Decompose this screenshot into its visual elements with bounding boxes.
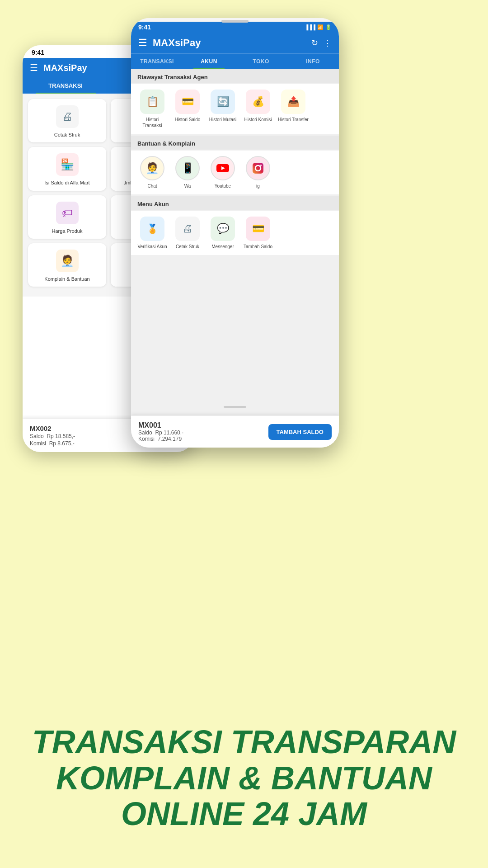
bantuan-grid: 🧑‍💼 Chat 📱 Wa Youtube <box>136 156 333 189</box>
harga-produk-icon: 🏷 <box>56 202 79 224</box>
histori-saldo-label: Histori Saldo <box>175 117 201 123</box>
histori-komisi-icon: 💰 <box>246 90 270 114</box>
tab-akun[interactable]: AKUN <box>183 54 235 69</box>
cetak-struk-front-icon: 🖨 <box>175 217 200 241</box>
tambah-saldo-menu-label: Tambah Saldo <box>244 244 272 250</box>
back-user-info: MX002 Saldo Rp 18.585,- Komisi Rp 8.675,… <box>30 425 75 447</box>
tab-toko[interactable]: TOKO <box>235 54 287 69</box>
histori-transfer-item[interactable]: 📤 Histori Transfer <box>277 90 309 128</box>
back-app-title: MAXsiPay <box>43 63 87 73</box>
komplain-icon: 🧑‍💼 <box>56 250 79 272</box>
tagline-line1: TRANSAKSI TRANSPARAN KOMPLAIN & BANTUAN … <box>27 724 461 832</box>
tambah-saldo-button[interactable]: TAMBAH SALDO <box>268 424 332 440</box>
section-riwayat: Riawayat Transaksi Agen <box>131 69 339 83</box>
histori-saldo-icon: 💳 <box>175 90 200 114</box>
refresh-icon[interactable]: ↻ <box>311 38 318 48</box>
chat-item[interactable]: 🧑‍💼 Chat <box>136 156 168 189</box>
front-user-info: MX001 Saldo Rp 11.660,- Komisi 7.294.179 <box>138 421 183 442</box>
histori-saldo-item[interactable]: 💳 Histori Saldo <box>172 90 203 128</box>
front-battery-icon: 🔋 <box>325 24 332 30</box>
messenger-front-icon: 💬 <box>211 217 235 241</box>
chat-label: Chat <box>147 183 157 189</box>
front-time: 9:41 <box>138 24 151 31</box>
more-icon[interactable]: ⋮ <box>324 38 332 48</box>
chat-icon: 🧑‍💼 <box>140 156 164 180</box>
section-menu-akun: Menu Akun <box>131 196 339 210</box>
front-app-header: ☰ MAXsiPay ↻ ⋮ <box>131 33 339 53</box>
front-header-icons: ↻ ⋮ <box>311 38 332 48</box>
messenger-front-label: Messenger <box>211 244 234 250</box>
histori-mutasi-icon: 🔄 <box>211 90 235 114</box>
tambah-saldo-menu-icon: 💳 <box>246 217 270 241</box>
menu-akun-content: 🏅 Verifikasi Akun 🖨 Cetak Struk 💬 Messen… <box>131 211 339 255</box>
front-scroll-indicator <box>224 406 246 408</box>
front-signal-icon: ▐▐▐ <box>305 24 315 30</box>
svg-rect-2 <box>253 163 263 174</box>
histori-mutasi-label: Histori Mutasi <box>209 117 237 123</box>
cetak-struk-label: Cetak Struk <box>54 132 80 138</box>
youtube-label: Youtube <box>215 183 231 189</box>
verifikasi-akun-icon: 🏅 <box>140 217 164 241</box>
front-notch <box>221 20 249 23</box>
front-bottom-bar: MX001 Saldo Rp 11.660,- Komisi 7.294.179… <box>131 415 339 448</box>
histori-transfer-label: Histori Transfer <box>278 117 309 123</box>
back-komisi: Komisi Rp 8.675,- <box>30 440 75 447</box>
front-tab-bar: TRANSAKSI AKUN TOKO INFO <box>131 53 339 69</box>
harga-produk-label: Harga Produk <box>52 228 83 234</box>
svg-point-4 <box>260 165 262 166</box>
back-menu-icon[interactable]: ☰ <box>30 62 38 73</box>
front-wifi-icon: 📶 <box>317 24 324 30</box>
tab-info[interactable]: INFO <box>287 54 339 69</box>
riwayat-grid: 📋 Histori Transaksi 💳 Histori Saldo 🔄 Hi… <box>136 90 333 128</box>
tambah-saldo-menu-item[interactable]: 💳 Tambah Saldo <box>242 217 274 250</box>
bottom-tagline: TRANSAKSI TRANSPARAN KOMPLAIN & BANTUAN … <box>0 724 488 832</box>
histori-komisi-label: Histori Komisi <box>244 117 272 123</box>
riwayat-content: 📋 Histori Transaksi 💳 Histori Saldo 🔄 Hi… <box>131 84 339 134</box>
cetak-struk-front-item[interactable]: 🖨 Cetak Struk <box>172 217 203 250</box>
front-saldo-info: Saldo Rp 11.660,- <box>138 429 183 436</box>
youtube-item[interactable]: Youtube <box>207 156 239 189</box>
bantuan-content: 🧑‍💼 Chat 📱 Wa Youtube <box>131 151 339 194</box>
histori-transfer-icon: 📤 <box>281 90 305 114</box>
isi-saldo-label: Isi Saldo di Alfa Mart <box>44 179 89 186</box>
menu-akun-grid: 🏅 Verifikasi Akun 🖨 Cetak Struk 💬 Messen… <box>136 217 333 250</box>
ig-icon <box>246 156 270 180</box>
back-time: 9:41 <box>32 49 44 56</box>
section-bantuan: Bantuan & Komplain <box>131 136 339 150</box>
histori-transaksi-icon: 📋 <box>140 90 164 114</box>
tab-transaksi-front[interactable]: TRANSAKSI <box>131 54 183 69</box>
ig-label: ig <box>256 183 260 189</box>
menu-item-cetak-struk[interactable]: 🖨 Cetak Struk <box>28 99 106 142</box>
menu-item-komplain[interactable]: 🧑‍💼 Komplain & Bantuan <box>28 243 106 287</box>
wa-label: Wa <box>184 183 191 189</box>
histori-transaksi-label: Histori Transaksi <box>136 117 168 128</box>
cetak-struk-front-label: Cetak Struk <box>176 244 199 250</box>
front-status-icons: ▐▐▐ 📶 🔋 <box>305 24 332 30</box>
wa-icon: 📱 <box>175 156 200 180</box>
front-menu-icon[interactable]: ☰ <box>138 37 147 49</box>
verifikasi-akun-label: Verifikasi Akun <box>137 244 167 250</box>
front-user-id: MX001 <box>138 421 183 429</box>
histori-komisi-item[interactable]: 💰 Histori Komisi <box>242 90 274 128</box>
youtube-icon <box>211 156 235 180</box>
front-app-title: MAXsiPay <box>153 37 201 49</box>
front-komisi-info: Komisi 7.294.179 <box>138 436 183 442</box>
cetak-struk-icon: 🖨 <box>56 105 79 128</box>
isi-saldo-icon: 🏪 <box>56 153 79 176</box>
wa-item[interactable]: 📱 Wa <box>172 156 203 189</box>
back-saldo: Saldo Rp 18.585,- <box>30 433 75 439</box>
menu-item-isi-saldo[interactable]: 🏪 Isi Saldo di Alfa Mart <box>28 147 106 190</box>
messenger-front-item[interactable]: 💬 Messenger <box>207 217 239 250</box>
histori-mutasi-item[interactable]: 🔄 Histori Mutasi <box>207 90 239 128</box>
histori-transaksi-item[interactable]: 📋 Histori Transaksi <box>136 90 168 128</box>
phone-front: 9:41 ▐▐▐ 📶 🔋 ☰ MAXsiPay ↻ ⋮ TRANSAKSI AK… <box>131 18 339 448</box>
front-status-bar: 9:41 ▐▐▐ 📶 🔋 <box>131 22 339 33</box>
back-user-id: MX002 <box>30 425 75 432</box>
front-content: Riawayat Transaksi Agen 📋 Histori Transa… <box>131 69 339 444</box>
komplain-label: Komplain & Bantuan <box>44 276 89 282</box>
verifikasi-akun-item[interactable]: 🏅 Verifikasi Akun <box>136 217 168 250</box>
tab-transaksi-back[interactable]: TRANSAKSI <box>23 78 108 94</box>
ig-item[interactable]: ig <box>242 156 274 189</box>
menu-item-harga-produk[interactable]: 🏷 Harga Produk <box>28 195 106 239</box>
